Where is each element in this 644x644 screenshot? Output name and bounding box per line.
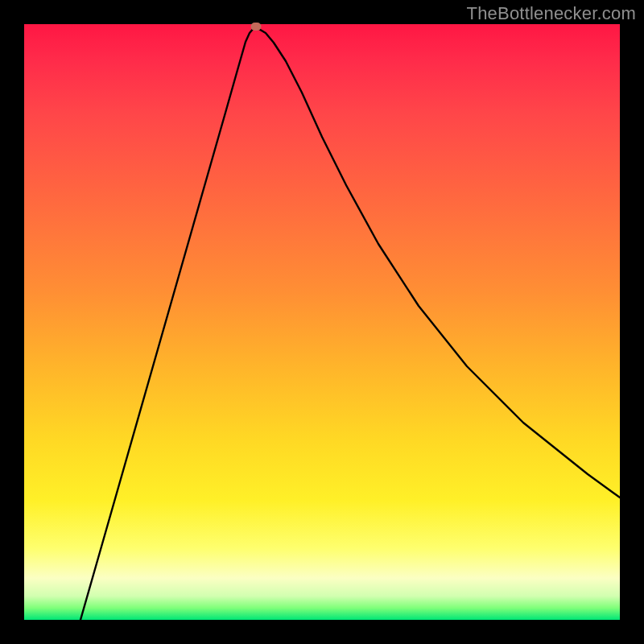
chart-frame: TheBottlenecker.com [0,0,644,644]
plot-area [24,24,620,620]
attribution-text: TheBottlenecker.com [467,3,636,24]
optimal-point-marker [251,23,262,31]
bottleneck-curve [24,24,620,620]
